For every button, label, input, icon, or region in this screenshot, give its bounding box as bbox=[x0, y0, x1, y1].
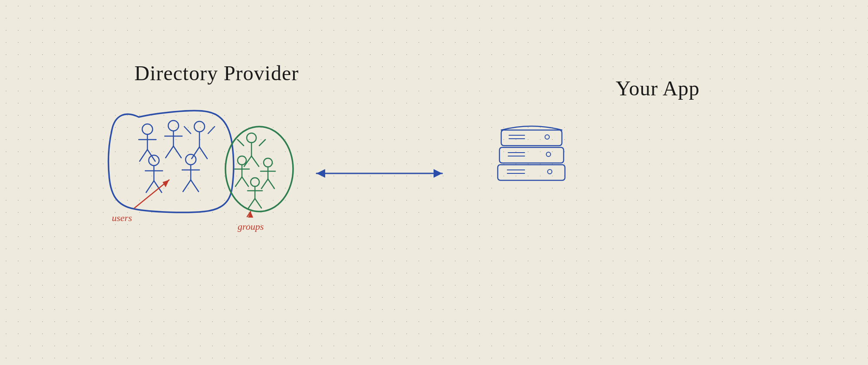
svg-point-32 bbox=[238, 156, 246, 165]
svg-point-52 bbox=[546, 152, 551, 156]
svg-point-5 bbox=[168, 121, 179, 131]
svg-point-37 bbox=[264, 158, 272, 167]
directory-provider-title: Directory Provider bbox=[134, 62, 299, 85]
svg-point-49 bbox=[548, 169, 552, 174]
svg-line-8 bbox=[166, 146, 173, 158]
svg-line-35 bbox=[235, 177, 242, 186]
stick-figure-5 bbox=[182, 154, 199, 192]
users-blob bbox=[108, 111, 234, 212]
svg-line-3 bbox=[140, 150, 147, 161]
svg-point-16 bbox=[149, 155, 159, 166]
svg-line-41 bbox=[268, 179, 274, 189]
stick-figure-2 bbox=[165, 121, 182, 158]
users-label: users bbox=[112, 212, 132, 223]
server-top-curve bbox=[501, 126, 562, 130]
server-bottom bbox=[498, 165, 565, 180]
users-arrow-head bbox=[163, 180, 169, 187]
green-figure-3 bbox=[261, 158, 275, 189]
svg-line-28 bbox=[238, 140, 244, 146]
svg-point-0 bbox=[142, 124, 153, 134]
left-arrowhead bbox=[317, 169, 325, 178]
green-figure-2 bbox=[235, 156, 249, 186]
svg-line-25 bbox=[191, 180, 199, 192]
your-app-title: Your App bbox=[616, 77, 700, 100]
green-figure-1 bbox=[238, 133, 265, 166]
svg-line-24 bbox=[183, 180, 191, 192]
svg-line-45 bbox=[248, 199, 255, 208]
svg-point-26 bbox=[247, 133, 256, 143]
stick-figure-3 bbox=[184, 121, 215, 159]
svg-line-19 bbox=[146, 181, 154, 192]
groups-label: groups bbox=[238, 221, 264, 232]
svg-point-10 bbox=[194, 121, 205, 132]
svg-line-9 bbox=[173, 146, 181, 158]
right-arrowhead bbox=[434, 169, 442, 178]
server-middle bbox=[499, 147, 564, 163]
svg-line-31 bbox=[251, 156, 259, 166]
svg-line-36 bbox=[242, 177, 248, 186]
svg-point-42 bbox=[251, 178, 259, 186]
svg-point-21 bbox=[186, 154, 196, 165]
svg-line-29 bbox=[259, 140, 265, 146]
svg-line-12 bbox=[184, 127, 191, 134]
svg-line-15 bbox=[199, 147, 207, 159]
svg-line-46 bbox=[255, 199, 261, 208]
svg-point-55 bbox=[545, 135, 549, 139]
green-figure-4 bbox=[248, 178, 262, 208]
svg-line-40 bbox=[261, 179, 268, 189]
server-top bbox=[501, 130, 562, 146]
svg-line-13 bbox=[208, 127, 215, 134]
